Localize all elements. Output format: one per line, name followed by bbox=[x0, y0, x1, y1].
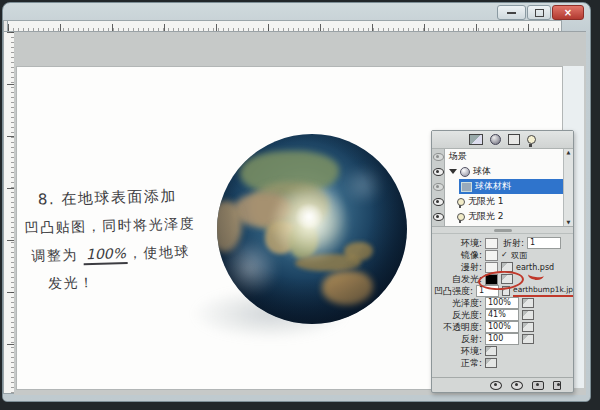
3d-panel-filter-bar bbox=[432, 131, 573, 149]
opacity-input[interactable]: 100% bbox=[485, 321, 519, 333]
shininess-input[interactable]: 41% bbox=[485, 309, 519, 321]
maximize-button[interactable] bbox=[527, 5, 551, 20]
minimize-button[interactable] bbox=[497, 5, 526, 20]
ambient-color-swatch[interactable] bbox=[485, 238, 498, 249]
app-window: × 8. 在地球表面添加 凹凸贴图，同时将光泽度 调整为 100%，使地球 发光… bbox=[2, 2, 591, 402]
earth-globe-render bbox=[217, 134, 407, 324]
eye-icon[interactable] bbox=[433, 213, 444, 221]
maximize-icon bbox=[535, 9, 544, 17]
specular-row: 镜像: ✓ 双面 bbox=[434, 249, 573, 261]
two-sided-checkbox[interactable]: ✓ bbox=[501, 251, 509, 259]
opacity-texture-icon[interactable] bbox=[522, 322, 534, 332]
light-icon bbox=[457, 198, 465, 206]
eye-icon[interactable] bbox=[433, 198, 444, 206]
note-line-4: 发光！ bbox=[26, 264, 237, 298]
self-illumination-texture-icon[interactable] bbox=[501, 274, 513, 284]
bump-texture-filename[interactable]: earthbump1k.jp bbox=[513, 285, 573, 297]
scroll-up-icon[interactable]: ▲ bbox=[567, 149, 571, 156]
opacity-row: 不透明度: 100% bbox=[434, 321, 573, 333]
diffuse-color-swatch[interactable] bbox=[485, 262, 498, 273]
glossiness-input[interactable]: 100% bbox=[485, 297, 519, 309]
ambient-refraction-row: 环境: 折射: 1 bbox=[434, 237, 573, 249]
bump-strength-row: 凹凸强度: 1 earthbump1k.jp bbox=[434, 285, 573, 297]
eye-icon[interactable] bbox=[433, 153, 444, 161]
screenshot-root: × 8. 在地球表面添加 凹凸贴图，同时将光泽度 调整为 100%，使地球 发光… bbox=[0, 0, 600, 410]
list-item-scene[interactable]: 场景 bbox=[445, 149, 563, 164]
toggle-ground-plane-icon[interactable] bbox=[490, 381, 502, 390]
reflectivity-row: 反射: 100 bbox=[434, 333, 573, 345]
3d-panel: 场景 球体 球体材料 无限光 1 bbox=[431, 130, 574, 393]
diffuse-texture-icon[interactable] bbox=[501, 262, 513, 272]
diffuse-row: 漫射: earth.psd bbox=[434, 261, 573, 273]
close-icon: × bbox=[564, 8, 572, 18]
selected-row-highlight: 球体材料 bbox=[459, 179, 563, 194]
specular-color-swatch[interactable] bbox=[485, 250, 498, 261]
list-item-sphere[interactable]: 球体 bbox=[445, 164, 563, 179]
scroll-down-icon[interactable]: ▼ bbox=[567, 219, 571, 226]
handwritten-note: 8. 在地球表面添加 凹凸贴图，同时将光泽度 调整为 100%，使地球 发光！ bbox=[23, 180, 236, 298]
glossiness-row: 光泽度: 100% bbox=[434, 297, 573, 309]
light-icon bbox=[457, 213, 465, 221]
divider-grip bbox=[494, 229, 512, 232]
glossiness-texture-icon[interactable] bbox=[522, 298, 534, 308]
3d-panel-footer bbox=[432, 377, 573, 392]
normal-row: 正常: bbox=[434, 357, 573, 369]
eye-icon[interactable] bbox=[433, 168, 444, 176]
list-item-sphere-material[interactable]: 球体材料 bbox=[445, 179, 563, 194]
expander-triangle-icon[interactable] bbox=[449, 169, 457, 174]
globe-edge-shading bbox=[217, 134, 407, 324]
panel-divider[interactable] bbox=[432, 227, 573, 234]
environment-texture-icon[interactable] bbox=[485, 346, 497, 356]
close-button[interactable]: × bbox=[552, 5, 584, 20]
meshes-filter-icon[interactable] bbox=[490, 134, 501, 145]
material-properties: 环境: 折射: 1 镜像: ✓ 双面 漫射: earth.psd bbox=[432, 234, 573, 369]
note-underlined-value: 100% bbox=[84, 245, 129, 265]
bump-strength-input[interactable]: 1 bbox=[476, 285, 499, 297]
list-item-infinite-light-1[interactable]: 无限光 1 bbox=[445, 194, 563, 209]
reflectivity-input[interactable]: 100 bbox=[485, 333, 519, 345]
sphere-mesh-icon bbox=[460, 167, 470, 177]
refraction-input[interactable]: 1 bbox=[527, 237, 561, 249]
materials-filter-icon[interactable] bbox=[508, 134, 520, 145]
shininess-row: 反光度: 41% bbox=[434, 309, 573, 321]
delete-icon[interactable] bbox=[553, 381, 561, 390]
shininess-texture-icon[interactable] bbox=[522, 310, 534, 320]
self-illumination-swatch[interactable] bbox=[485, 274, 498, 285]
reflectivity-texture-icon[interactable] bbox=[522, 334, 534, 344]
lights-filter-icon[interactable] bbox=[527, 135, 536, 144]
visibility-column bbox=[432, 149, 445, 226]
scene-filter-icon[interactable] bbox=[469, 134, 483, 145]
list-item-infinite-light-2[interactable]: 无限光 2 bbox=[445, 209, 563, 224]
3d-object-list: 场景 球体 球体材料 无限光 1 bbox=[432, 149, 573, 227]
normal-texture-icon[interactable] bbox=[485, 358, 497, 368]
cross-section-icon[interactable] bbox=[532, 381, 544, 390]
material-icon bbox=[461, 182, 472, 192]
diffuse-texture-filename: earth.psd bbox=[516, 263, 554, 272]
toggle-lights-icon[interactable] bbox=[511, 381, 523, 390]
self-illumination-row: 自发光: bbox=[434, 273, 573, 285]
bump-texture-icon[interactable] bbox=[502, 286, 510, 296]
eye-icon[interactable] bbox=[433, 183, 444, 191]
list-scrollbar[interactable]: ▲ ▼ bbox=[563, 149, 573, 226]
environment-row: 环境: bbox=[434, 345, 573, 357]
minimize-icon bbox=[507, 12, 516, 14]
object-rows: 场景 球体 球体材料 无限光 1 bbox=[445, 149, 563, 226]
